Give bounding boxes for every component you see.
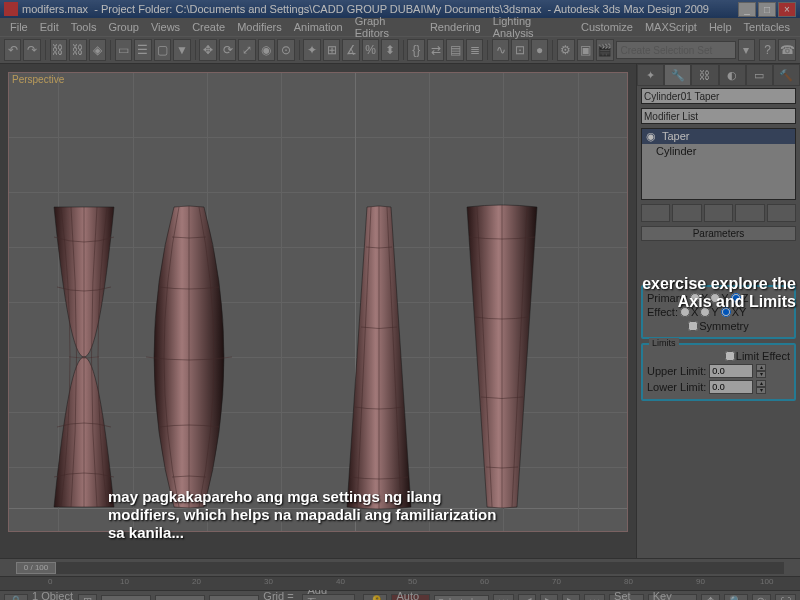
menu-grapheditors[interactable]: Graph Editors [349, 15, 424, 39]
prev-frame-button[interactable]: ◀ [518, 594, 536, 601]
rotate-button[interactable]: ⟳ [219, 39, 236, 61]
comm-icon[interactable]: ☎ [778, 39, 795, 61]
abs-rel-button[interactable]: ⊞ [78, 594, 97, 601]
show-end-button[interactable] [672, 204, 701, 222]
render-frame-button[interactable]: ▣ [577, 39, 594, 61]
utilities-tab[interactable]: 🔨 [773, 64, 800, 86]
material-button[interactable]: ● [531, 39, 548, 61]
selection-set-input[interactable] [616, 41, 736, 59]
maximize-button[interactable]: □ [758, 2, 776, 17]
setkey-button[interactable]: Set Key [609, 594, 644, 601]
sel-lock-button[interactable]: 🔒 [4, 594, 28, 601]
x-input[interactable] [101, 595, 151, 601]
undo-button[interactable]: ↶ [4, 39, 21, 61]
upper-spin-up[interactable]: ▴ [756, 364, 766, 371]
goto-end-button[interactable]: ⏭ [584, 594, 605, 601]
bind-button[interactable]: ◈ [89, 39, 106, 61]
angle-snap-button[interactable]: ∡ [342, 39, 359, 61]
lower-spin-down[interactable]: ▾ [756, 387, 766, 394]
menu-modifiers[interactable]: Modifiers [231, 21, 288, 33]
nav-pan-button[interactable]: ✥ [701, 594, 720, 601]
limit-effect-checkbox[interactable] [725, 351, 735, 361]
menu-maxscript[interactable]: MAXScript [639, 21, 703, 33]
keyfilters-button[interactable]: Key Filters... [648, 594, 697, 601]
rollout-parameters[interactable]: Parameters [641, 226, 796, 241]
y-input[interactable] [155, 595, 205, 601]
modify-tab[interactable]: 🔧 [664, 64, 691, 86]
display-tab[interactable]: ▭ [746, 64, 773, 86]
symmetry-checkbox[interactable] [688, 321, 698, 331]
minimize-button[interactable]: _ [738, 2, 756, 17]
goto-start-button[interactable]: ⏮ [493, 594, 514, 601]
keymode-dropdown[interactable] [434, 595, 489, 601]
select-name-button[interactable]: ☰ [134, 39, 151, 61]
curve-editor-button[interactable]: ∿ [492, 39, 509, 61]
menu-lighting[interactable]: Lighting Analysis [487, 15, 575, 39]
schematic-button[interactable]: ⊡ [511, 39, 528, 61]
motion-tab[interactable]: ◐ [719, 64, 746, 86]
spinner-snap-button[interactable]: ⬍ [381, 39, 398, 61]
stack-item-taper[interactable]: ◉ Taper [642, 129, 795, 144]
addtimetag-button[interactable]: Add Time Tag [302, 594, 355, 601]
select-button[interactable]: ▭ [115, 39, 132, 61]
help-icon[interactable]: ? [759, 39, 776, 61]
nav-max-button[interactable]: ⛶ [775, 594, 796, 601]
modifier-list-dropdown[interactable] [641, 108, 796, 124]
hierarchy-tab[interactable]: ⛓ [691, 64, 718, 86]
lower-spin-up[interactable]: ▴ [756, 380, 766, 387]
create-tab[interactable]: ✦ [637, 64, 664, 86]
next-frame-button[interactable]: ▶ [562, 594, 580, 601]
lower-limit-input[interactable] [709, 380, 753, 394]
select-region-button[interactable]: ▢ [154, 39, 171, 61]
menu-rendering[interactable]: Rendering [424, 21, 487, 33]
play-button[interactable]: ▶ [540, 594, 558, 601]
redo-button[interactable]: ↷ [23, 39, 40, 61]
object-name-input[interactable] [641, 88, 796, 104]
trackbar[interactable]: 0 10 20 30 40 50 60 70 80 90 100 [0, 576, 800, 590]
move-button[interactable]: ✥ [199, 39, 216, 61]
upper-spin-down[interactable]: ▾ [756, 371, 766, 378]
scale-button[interactable]: ⤢ [238, 39, 255, 61]
configure-button[interactable] [767, 204, 796, 222]
autokey-button[interactable]: Auto Key [391, 594, 430, 601]
key-icon[interactable]: 🔑 [363, 594, 387, 601]
menu-customize[interactable]: Customize [575, 21, 639, 33]
menu-file[interactable]: File [4, 21, 34, 33]
link-button[interactable]: ⛓ [50, 39, 67, 61]
menu-help[interactable]: Help [703, 21, 738, 33]
menu-group[interactable]: Group [102, 21, 145, 33]
nav-orbit-button[interactable]: ⟳ [752, 594, 771, 601]
refcoord-button[interactable]: ◉ [258, 39, 275, 61]
menu-create[interactable]: Create [186, 21, 231, 33]
render-setup-button[interactable]: ⚙ [557, 39, 574, 61]
stack-item-cylinder[interactable]: Cylinder [642, 144, 795, 158]
percent-snap-button[interactable]: % [362, 39, 379, 61]
selset-drop-button[interactable]: ▾ [738, 39, 755, 61]
menu-edit[interactable]: Edit [34, 21, 65, 33]
render-button[interactable]: 🎬 [596, 39, 613, 61]
mirror-button[interactable]: ⇄ [427, 39, 444, 61]
menu-tentacles[interactable]: Tentacles [738, 21, 796, 33]
align-button[interactable]: ▤ [446, 39, 463, 61]
unique-button[interactable] [704, 204, 733, 222]
center-button[interactable]: ⊙ [277, 39, 294, 61]
time-slider[interactable]: 0 / 100 [0, 558, 800, 576]
layers-button[interactable]: ≣ [466, 39, 483, 61]
nav-zoom-button[interactable]: 🔍 [724, 594, 748, 601]
menu-animation[interactable]: Animation [288, 21, 349, 33]
manip-button[interactable]: ✦ [303, 39, 320, 61]
filter-button[interactable]: ▼ [173, 39, 190, 61]
remove-mod-button[interactable] [735, 204, 764, 222]
menu-tools[interactable]: Tools [65, 21, 103, 33]
named-sets-button[interactable]: {} [407, 39, 424, 61]
unlink-button[interactable]: ⛓ [69, 39, 86, 61]
perspective-viewport[interactable] [8, 72, 628, 532]
z-input[interactable] [209, 595, 259, 601]
modifier-stack[interactable]: ◉ Taper Cylinder [641, 128, 796, 200]
time-thumb[interactable]: 0 / 100 [16, 562, 56, 574]
close-button[interactable]: × [778, 2, 796, 17]
upper-limit-input[interactable] [709, 364, 753, 378]
menu-views[interactable]: Views [145, 21, 186, 33]
pin-stack-button[interactable] [641, 204, 670, 222]
snap-button[interactable]: ⊞ [323, 39, 340, 61]
